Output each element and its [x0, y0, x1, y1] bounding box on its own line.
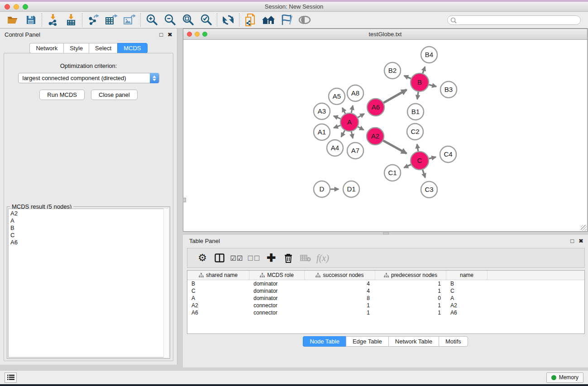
graph-edge-C-C3[interactable]: [423, 170, 425, 177]
import-network-icon[interactable]: [44, 13, 62, 27]
table-cell[interactable]: C: [187, 287, 249, 295]
splitter-handle[interactable]: [183, 198, 186, 202]
control-tab-style[interactable]: Style: [63, 43, 89, 53]
table-row[interactable]: Bdominator41B: [187, 280, 584, 287]
graph-edge-B-B1[interactable]: [417, 92, 418, 99]
task-history-list-icon[interactable]: [5, 372, 17, 383]
table-cell[interactable]: A6: [187, 309, 249, 316]
graph-edge-A-A5[interactable]: [342, 108, 345, 114]
open-file-icon[interactable]: [4, 13, 22, 27]
table-row[interactable]: A2connector11A2: [187, 302, 584, 309]
table-cell[interactable]: B: [446, 280, 488, 287]
split-table-icon[interactable]: [211, 251, 228, 265]
select-all-icon[interactable]: ☑☑: [228, 251, 245, 265]
result-item[interactable]: A: [10, 217, 168, 224]
table-row[interactable]: Cdominator41C: [187, 287, 584, 295]
show-details-eye-icon[interactable]: [296, 13, 314, 27]
hide-annotations-icon[interactable]: [277, 13, 296, 27]
result-item[interactable]: A6: [10, 239, 168, 246]
table-cell[interactable]: B: [187, 280, 249, 287]
control-tab-select[interactable]: Select: [89, 43, 117, 53]
table-tab-node-table[interactable]: Node Table: [303, 336, 346, 347]
result-item[interactable]: B: [10, 224, 168, 232]
float-panel-icon[interactable]: □: [159, 31, 163, 38]
table-cell[interactable]: dominator: [249, 295, 305, 302]
table-cell[interactable]: 1: [305, 302, 375, 309]
graph-edge-A-A6[interactable]: [358, 114, 364, 117]
table-options-gear-icon[interactable]: ⚙: [194, 251, 211, 265]
graph-edge-A-A4[interactable]: [341, 130, 345, 137]
table-cell[interactable]: A6: [446, 309, 488, 316]
export-table-icon[interactable]: [102, 13, 120, 27]
table-cell[interactable]: 1: [305, 309, 375, 316]
result-item[interactable]: A2: [10, 210, 168, 217]
mcds-result-list[interactable]: A2ABCA6: [8, 209, 169, 357]
column-header-MCDS-role[interactable]: MCDS role: [249, 271, 305, 280]
table-cell[interactable]: A: [446, 295, 488, 302]
graph-edge-A6-B[interactable]: [383, 90, 406, 103]
graph-edge-B-B2[interactable]: [404, 76, 411, 79]
zoom-out-icon[interactable]: [161, 13, 179, 27]
graph-edge-A-A3[interactable]: [334, 116, 340, 119]
table-cell[interactable]: 1: [375, 287, 446, 295]
graph-edge-A-A2[interactable]: [358, 127, 363, 130]
result-item[interactable]: C: [10, 232, 168, 239]
memory-button[interactable]: Memory: [546, 372, 583, 383]
table-cell[interactable]: 4: [305, 280, 375, 287]
graph-edge-B-B3[interactable]: [429, 85, 436, 86]
zoom-fit-icon[interactable]: [179, 13, 197, 27]
window-resize-grip[interactable]: [581, 225, 587, 231]
table-cell[interactable]: 4: [305, 287, 375, 295]
control-tab-network[interactable]: Network: [29, 43, 63, 53]
optimization-criterion-dropdown[interactable]: largest connected component (directed): [18, 73, 159, 83]
table-cell[interactable]: 0: [375, 295, 446, 302]
graph-edge-A-A1[interactable]: [334, 125, 340, 128]
float-panel-icon[interactable]: □: [570, 238, 574, 244]
graph-edge-A2-C[interactable]: [383, 141, 407, 153]
refresh-view-icon[interactable]: [219, 13, 237, 27]
table-cell[interactable]: connector: [249, 309, 305, 316]
table-cell[interactable]: C: [446, 287, 488, 295]
graph-edge-B-B4[interactable]: [423, 67, 425, 73]
table-cell[interactable]: 1: [375, 280, 446, 287]
table-tab-network-table[interactable]: Network Table: [388, 336, 439, 347]
delete-table-icon[interactable]: [297, 251, 314, 265]
column-header-name[interactable]: name: [446, 271, 488, 280]
column-header-successor-nodes[interactable]: successor nodes: [305, 271, 375, 280]
graph-edge-C-C4[interactable]: [429, 157, 435, 158]
save-session-icon[interactable]: [22, 13, 40, 27]
graph-edge-A-A8[interactable]: [351, 105, 353, 113]
import-table-icon[interactable]: [62, 13, 80, 27]
table-cell[interactable]: A2: [187, 302, 249, 309]
table-cell[interactable]: A2: [446, 302, 488, 309]
table-cell[interactable]: 8: [305, 295, 375, 302]
home-icon[interactable]: [259, 13, 277, 27]
graph-edge-C-C2[interactable]: [417, 144, 418, 152]
column-header-predecessor-nodes[interactable]: predecessor nodes: [375, 271, 446, 280]
result-list-scrollbar[interactable]: [163, 209, 169, 357]
deselect-all-icon[interactable]: ☐☐: [245, 251, 263, 265]
export-image-icon[interactable]: [120, 13, 139, 27]
table-row[interactable]: Adominator80A: [187, 295, 584, 302]
table-cell[interactable]: A: [187, 295, 249, 302]
column-header-shared-name[interactable]: shared name: [187, 271, 249, 280]
close-panel-icon[interactable]: ✖: [578, 238, 583, 244]
network-canvas[interactable]: B4B2BB3A8A5A6A3B1AA1C2A2A4A7C4CC1C3DD1: [183, 40, 587, 231]
table-cell[interactable]: 1: [375, 302, 446, 309]
zoom-in-icon[interactable]: [143, 13, 161, 27]
network-from-file-icon[interactable]: [241, 13, 259, 27]
horizontal-splitter-handle[interactable]: [383, 232, 389, 234]
graph-edge-A-A7[interactable]: [351, 132, 353, 138]
table-tab-motifs[interactable]: Motifs: [439, 336, 468, 347]
close-panel-icon[interactable]: ✖: [167, 31, 172, 38]
table-tab-edge-table[interactable]: Edge Table: [346, 336, 388, 347]
close-panel-button[interactable]: Close panel: [91, 90, 138, 100]
search-input[interactable]: [447, 15, 581, 25]
table-cell[interactable]: 1: [375, 309, 446, 316]
table-cell[interactable]: connector: [249, 302, 305, 309]
export-network-icon[interactable]: [84, 13, 102, 27]
network-graph[interactable]: B4B2BB3A8A5A6A3B1AA1C2A2A4A7C4CC1C3DD1: [183, 40, 587, 231]
table-row[interactable]: A6connector11A6: [187, 309, 584, 316]
table-cell[interactable]: dominator: [249, 287, 305, 295]
zoom-selected-icon[interactable]: [197, 13, 215, 27]
